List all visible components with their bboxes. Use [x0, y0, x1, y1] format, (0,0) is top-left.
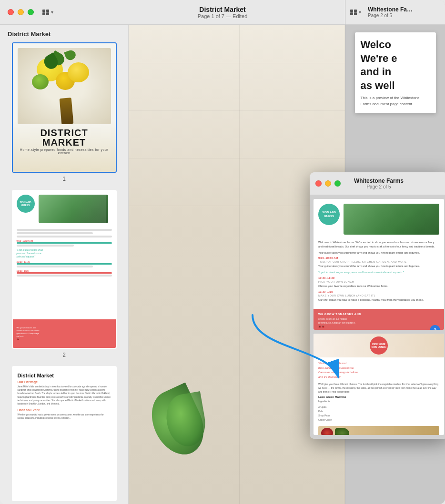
floating-footer-body: onions beans in our hiddengreenhouse. Ke…: [318, 317, 439, 328]
document-title: District Market: [199, 6, 245, 13]
page-1-thumbnail-container: DISTRICT MARKET Home-style prepared food…: [0, 42, 128, 190]
page-2-thumbnail[interactable]: SIGN ANDGUESS: [12, 190, 117, 349]
right-page-subtext: This is a preview of the Whitestone Farm…: [361, 95, 430, 108]
page-3-body: Janet Miller's little sandwich shop in t…: [18, 385, 111, 405]
tomato-decoration: [321, 428, 333, 435]
page-2-thumbnail-container: SIGN ANDGUESS: [0, 190, 128, 366]
floating-page-3-quote: "Picking my lunch andthen eating it was …: [318, 361, 439, 379]
main-window: ▾ District Market Page 1 of 7 — Edited D…: [0, 0, 445, 504]
sidebar-toggle-button[interactable]: ▾: [40, 8, 56, 17]
floating-page-2: SIGN ANDGUESS Welcome to Whitestone Farm…: [314, 199, 444, 330]
floating-page-3-ingredients: Arugula Kale Snap Peas Green Onion: [318, 405, 439, 422]
floating-pick-text: PICK YOUR OWN LUNCH: [370, 343, 388, 349]
chevron-down-icon: ▾: [51, 10, 53, 15]
leaf-decoration-sm: [335, 428, 349, 435]
page-3-event-text: Whether you want to host a private event…: [18, 413, 111, 420]
text-line-colored: [17, 263, 112, 265]
page-1-title-area: DISTRICT MARKET Home-style prepared food…: [18, 128, 111, 155]
layout-icon-cell: [42, 12, 45, 15]
right-page-content: WelcoWe're eand inas well This is a prev…: [355, 32, 436, 113]
page-1-main-title: DISTRICT: [18, 128, 111, 138]
floating-traffic-lights: [315, 180, 341, 187]
floating-page-3-section: Lean Green Machine: [318, 395, 439, 398]
text-line: [17, 275, 112, 277]
page-3-thumbnail-container: District Market Our Heritage Janet Mille…: [0, 366, 128, 504]
page-2-header: SIGN ANDGUESS: [13, 191, 116, 227]
floating-page-3-body: "Picking my lunch andthen eating it was …: [314, 357, 444, 435]
text-line: [17, 245, 74, 247]
floating-section-3-text: Our chef shows you how to make a delicio…: [318, 298, 439, 302]
floating-time-1: 9:00–10:30 AM: [318, 257, 439, 259]
vegetable-image-strip: [318, 426, 439, 435]
floating-time-2: 10:30–11:30: [318, 277, 439, 279]
sidebar: District Market: [0, 25, 129, 504]
content-area: District Market: [0, 25, 445, 504]
right-page-welcome: WelcoWe're eand inas well: [361, 38, 430, 92]
floating-window: Whitestone Farms Page 2 of 5 SIGN ANDGUE…: [310, 172, 445, 439]
floating-page-footer: We grow tomatoes and onions beans in our…: [314, 309, 444, 330]
page-1-tagline: Home-style prepared foods and necessitie…: [18, 148, 111, 155]
page-2-body: 9:00–10:30 AM "I got to plant sugar snap…: [13, 227, 116, 317]
floating-time-3: 11:30–1:15: [318, 290, 439, 293]
floating-section-2-text: Choose your favorite vegetables from our…: [318, 284, 439, 288]
floating-page-3-ingredients-label: Ingredients: [318, 399, 439, 403]
floating-page-2-inner: SIGN ANDGUESS Welcome to Whitestone Farm…: [314, 199, 444, 330]
minimize-button[interactable]: [18, 9, 24, 15]
text-line: [17, 266, 93, 267]
fullscreen-button[interactable]: [28, 9, 34, 15]
floating-hero-person: [382, 204, 439, 235]
floating-circle-badge: SIGN ANDGUESS: [318, 204, 340, 225]
text-line-colored: [17, 272, 112, 274]
sidebar-layout-icon: [42, 10, 49, 15]
floating-close-button[interactable]: [315, 180, 322, 187]
page-2-hero-image: [39, 195, 108, 223]
floating-fullscreen-button[interactable]: [334, 180, 341, 187]
close-button[interactable]: [8, 9, 14, 15]
page-3-title: District Market: [18, 373, 111, 378]
floating-page-3: PICK YOUR OWN LUNCH "Picking my lunch an…: [314, 334, 444, 435]
document-title-area: District Market Page 1 of 7 — Edited: [198, 6, 248, 19]
page-2-content: SIGN ANDGUESS: [13, 191, 116, 348]
floating-footer-title: We grow tomatoes and: [318, 313, 439, 316]
page-1-main-subtitle: MARKET: [18, 138, 111, 147]
page-3-section-title: Our Heritage: [18, 380, 111, 384]
page-1-number: 1: [62, 176, 66, 182]
page-2-footer: We grow tomatoes andonions beans in our …: [13, 319, 116, 348]
floating-circle-text: SIGN ANDGUESS: [322, 211, 336, 218]
floating-minimize-button[interactable]: [325, 180, 331, 187]
page-3-thumbnail[interactable]: District Market Our Heritage Janet Mille…: [12, 366, 117, 501]
page-2-quote: "I got to plant sugar snappeas and harve…: [17, 248, 112, 258]
floating-title-area: Whitestone Farms Page 2 of 5: [354, 178, 404, 189]
floating-guide-text: Your guide takes you around the farm and…: [318, 251, 439, 255]
floating-title-bar: Whitestone Farms Page 2 of 5: [310, 172, 445, 195]
floating-doc-page-info: Page 2 of 5: [354, 184, 404, 189]
text-line: [17, 236, 112, 237]
layout-icon-cell: [42, 10, 45, 12]
page-2-circle-badge: SIGN ANDGUESS: [17, 195, 35, 213]
layout-icon-cell: [46, 12, 49, 15]
floating-hero-image: [344, 204, 439, 235]
layout-icon-cell: [46, 10, 49, 12]
floating-page-3-text: We'll give you three different choices. …: [318, 382, 439, 394]
page-2-circle-text: SIGN ANDGUESS: [20, 201, 31, 207]
wood-plank-1: [239, 25, 240, 504]
floating-quote: "I got to plant sugar snap peas and harv…: [318, 270, 439, 275]
page-1-cover: DISTRICT MARKET Home-style prepared food…: [13, 43, 116, 172]
floating-section-2: PICK YOUR OWN LUNCH: [318, 280, 439, 283]
page-1-thumbnail[interactable]: DISTRICT MARKET Home-style prepared food…: [12, 42, 117, 173]
document-page-info: Page 1 of 7 — Edited: [198, 13, 248, 19]
floating-page-body: Welcome to Whitestone Farms. We're excit…: [314, 237, 444, 307]
text-line: [17, 232, 93, 234]
page-2-footer-text: We grow tomatoes andonions beans in our …: [17, 326, 40, 341]
page-3-content: District Market Our Heritage Janet Mille…: [13, 367, 116, 500]
floating-section-1-text: Your guide takes you around the farm and…: [318, 264, 439, 268]
floating-page-header: SIGN ANDGUESS: [314, 199, 444, 237]
traffic-lights: [8, 9, 34, 15]
floating-welcome-text: Welcome to Whitestone Farms. We're excit…: [318, 240, 439, 249]
floating-page-3-header: PICK YOUR OWN LUNCH: [314, 334, 444, 357]
page-2-number: 2: [62, 352, 66, 358]
text-line-colored: [17, 242, 112, 244]
floating-content-area: SIGN ANDGUESS Welcome to Whitestone Farm…: [310, 195, 445, 439]
page-1-citrus-image: [18, 48, 111, 124]
floating-section-1: TOUR OF OUR CROP FIELDS, KITCHEN GARDEN,…: [318, 260, 439, 263]
